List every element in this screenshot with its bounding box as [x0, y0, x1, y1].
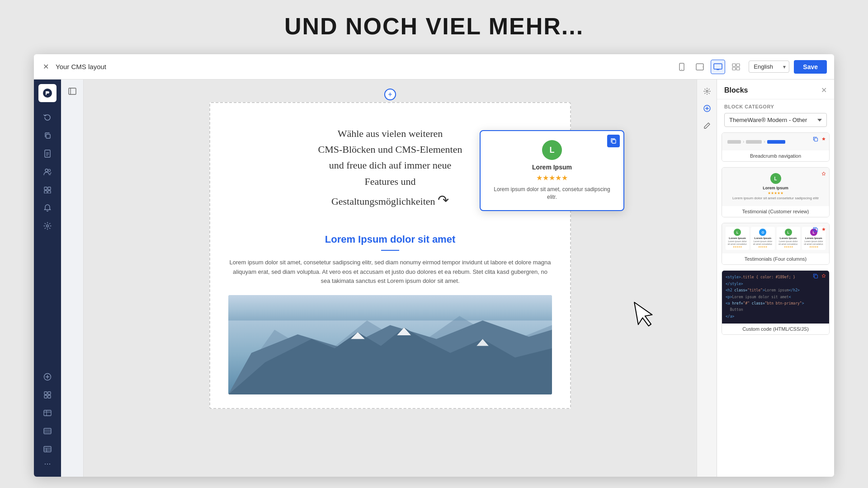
- save-button[interactable]: Save: [794, 60, 827, 74]
- four-col-item-2: O Lorem Ipsum Lorem ipsum dolor sit amet…: [751, 227, 774, 250]
- language-select[interactable]: English Deutsch Français: [749, 61, 789, 73]
- fc-name-4: Lorem Ipsum: [804, 237, 824, 239]
- fc-stars-1: ★★★★★: [727, 245, 747, 248]
- svg-rect-7: [732, 67, 736, 70]
- svg-point-50: [706, 90, 708, 92]
- content-block: Wähle aus vielen weiteren CMS-Blöcken un…: [209, 102, 571, 409]
- right-panel: Blocks ✕ Block category ThemeWare® Moder…: [717, 80, 834, 477]
- fc-name-2: Lorem Ipsum: [753, 237, 773, 239]
- fc-name-1: Lorem Ipsum: [727, 237, 747, 239]
- svg-point-3: [703, 66, 703, 67]
- fc-stars-2: ★★★★★: [753, 245, 773, 248]
- breadcrumb-bar: › ›: [727, 137, 824, 146]
- cursor-overlay: [629, 296, 662, 337]
- device-tablet-button[interactable]: [693, 60, 707, 74]
- layout-title: Your CMS layout: [56, 63, 106, 70]
- sidebar-more-button[interactable]: ···: [44, 459, 51, 469]
- fourcol-copy-icon: [813, 226, 818, 234]
- block-category-select[interactable]: ThemeWare® Modern - Other: [724, 113, 827, 127]
- sidebar-item-table2[interactable]: [39, 423, 56, 439]
- prev-avatar: L: [770, 173, 781, 184]
- page-heading: UND NOCH VIEL MEHR...: [0, 0, 868, 40]
- blocks-panel: Blocks ✕ Block category ThemeWare® Moder…: [717, 80, 834, 477]
- section-heading: Lorem Ipsum dolor sit amet: [228, 234, 552, 245]
- sidebar-item-table1[interactable]: [39, 405, 56, 421]
- svg-point-21: [47, 225, 49, 227]
- svg-point-15: [45, 169, 48, 172]
- svg-rect-32: [44, 428, 51, 434]
- svg-rect-11: [45, 150, 50, 157]
- svg-rect-27: [44, 395, 47, 398]
- top-bar-right: English Deutsch Français Save: [749, 60, 827, 74]
- sidebar-item-refresh[interactable]: [39, 109, 56, 126]
- svg-rect-29: [44, 410, 51, 416]
- sec-sidebar-layout[interactable]: [65, 84, 80, 99]
- testimonial-fav-icon: [821, 170, 826, 178]
- tool-settings[interactable]: [700, 84, 714, 99]
- tool-edit[interactable]: [700, 118, 714, 133]
- testimonial-avatar: L: [542, 140, 562, 160]
- canvas-right-tools: [697, 80, 717, 477]
- block-item-custom-code[interactable]: <style>.title { color: #189ef; } </style…: [722, 270, 830, 335]
- block-item-breadcrumb[interactable]: › › Breadcrumb navigation: [722, 132, 830, 162]
- blocks-close-button[interactable]: ✕: [821, 86, 827, 94]
- block-item-testimonial[interactable]: L Lorem Ipsum ★★★★★ Lorem ipsum dolor si…: [722, 167, 830, 217]
- svg-rect-54: [815, 138, 818, 141]
- fc-avatar-2: O: [759, 229, 766, 236]
- close-button[interactable]: ✕: [41, 62, 50, 71]
- left-sidebar: ···: [34, 80, 61, 477]
- sidebar-item-copy[interactable]: [39, 127, 56, 144]
- device-grid-button[interactable]: [729, 60, 743, 74]
- svg-rect-39: [69, 88, 76, 94]
- device-mobile-button[interactable]: [675, 60, 689, 74]
- tool-add-block[interactable]: [700, 101, 714, 116]
- sidebar-item-file[interactable]: [39, 145, 56, 162]
- section-image: [228, 295, 552, 394]
- top-bar-left: ✕ Your CMS layout: [41, 62, 669, 71]
- sidebar-item-layers[interactable]: [39, 182, 56, 198]
- fc-text-3: Lorem ipsum dolor sit amet consetetur.: [778, 240, 798, 245]
- four-col-item-3: L Lorem Ipsum Lorem ipsum dolor sit amet…: [777, 227, 800, 250]
- svg-rect-10: [46, 134, 50, 138]
- testimonial-name: Lorem Ipsum: [490, 164, 614, 171]
- fc-name-3: Lorem Ipsum: [778, 237, 798, 239]
- add-section-button[interactable]: +: [384, 89, 396, 100]
- blocks-title: Blocks: [724, 86, 748, 94]
- svg-rect-56: [815, 275, 818, 278]
- code-preview: <style>.title { color: #189ef; } </style…: [722, 271, 829, 324]
- fc-stars-4: ★★★★★: [804, 245, 824, 248]
- main-window: ✕ Your CMS layout English: [34, 54, 834, 477]
- fc-text-1: Lorem ipsum dolor sit amet consetetur.: [727, 240, 747, 245]
- svg-point-16: [48, 169, 51, 172]
- four-col-label: Testimonials (Four columns): [722, 253, 829, 264]
- sidebar-item-table3[interactable]: [39, 441, 56, 457]
- prev-name: Lorem Ipsum: [727, 186, 824, 190]
- svg-rect-4: [714, 64, 722, 69]
- breadcrumb-copy-icon: [813, 136, 818, 144]
- four-col-preview: L Lorem Ipsum Lorem ipsum dolor sit amet…: [722, 223, 829, 253]
- sidebar-item-users[interactable]: [39, 164, 56, 180]
- sidebar-logo[interactable]: [38, 84, 57, 102]
- fourcol-fav-icon: [821, 226, 826, 234]
- section-body: Lorem ipsum dolor sit amet, consetetur s…: [228, 258, 552, 286]
- svg-rect-2: [696, 64, 703, 70]
- testimonial-text: Lorem ipsum dolor sit amet, conse­tur sa…: [490, 186, 614, 201]
- device-desktop-button[interactable]: [711, 60, 725, 74]
- testimonial-copy-icon: [607, 135, 620, 147]
- fc-avatar-1: L: [734, 229, 741, 236]
- block-item-four-cols[interactable]: L Lorem Ipsum Lorem ipsum dolor sit amet…: [722, 223, 830, 265]
- testimonial-stars: ★★★★★: [490, 174, 614, 182]
- code-fav-icon: [821, 273, 826, 280]
- section-divider: [381, 250, 399, 251]
- fc-avatar-3: L: [785, 229, 792, 236]
- svg-rect-18: [48, 187, 51, 190]
- svg-rect-20: [48, 191, 51, 193]
- sidebar-item-grid2[interactable]: [39, 387, 56, 403]
- four-col-item-1: L Lorem Ipsum Lorem ipsum dolor sit amet…: [726, 227, 749, 250]
- fc-stars-3: ★★★★★: [778, 245, 798, 248]
- sidebar-item-bell[interactable]: [39, 200, 56, 216]
- sidebar-item-plus-circle[interactable]: [39, 369, 56, 385]
- sidebar-item-settings[interactable]: [39, 218, 56, 234]
- svg-rect-28: [48, 395, 51, 398]
- breadcrumb-fav-icon: [821, 136, 826, 144]
